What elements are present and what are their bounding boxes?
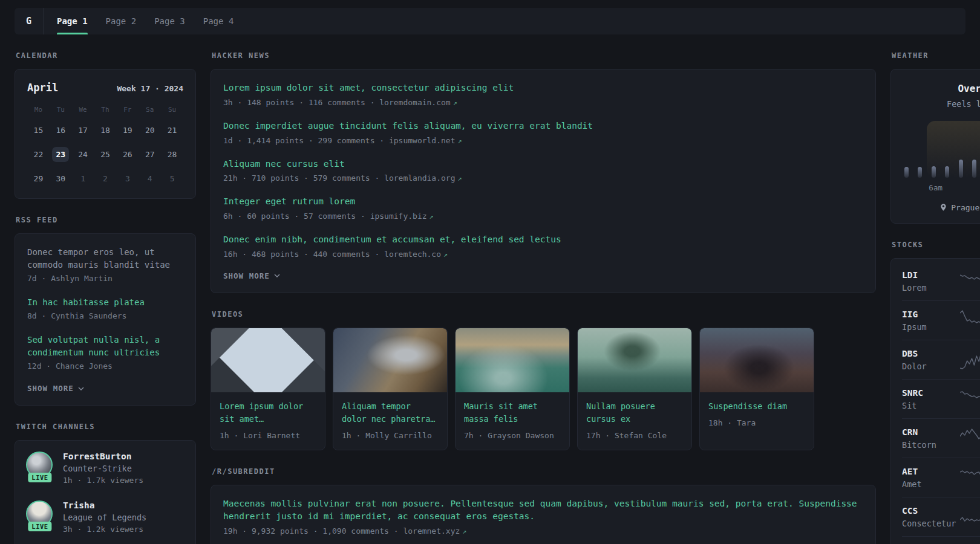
weather-condition: Overcast [903, 83, 980, 94]
twitch-avatar-wrap: LIVE [26, 452, 54, 478]
video-thumbnail[interactable] [333, 328, 447, 392]
calendar-day: 5 [161, 171, 183, 186]
stock-id: LDI Lorem [902, 270, 960, 293]
hackernews-show-more-label: SHOW MORE [223, 271, 270, 280]
twitch-channel-info: Trisha League of Legends 3h · 1.2k viewe… [63, 500, 146, 534]
videos-section-label: VIDEOS [212, 310, 876, 319]
video-title[interactable]: Lorem ipsum dolor sit amet consectetu… [220, 400, 316, 426]
videos-strip-viewport: Lorem ipsum dolor sit amet consectetu… 1… [211, 328, 876, 450]
stock-row[interactable]: IIG Ipsum +2.84% $42.04 [902, 300, 980, 340]
stock-name: Bitcorn [902, 440, 960, 450]
video-meta: 1h · Lori Barnett [220, 431, 316, 440]
video-title[interactable]: Suspendisse diam [708, 400, 805, 413]
calendar-day: 20 [139, 123, 161, 138]
subreddit-post-meta: 19h · 9,932 points · 1,090 comments · lo… [223, 526, 863, 536]
video-thumbnail[interactable] [578, 328, 691, 392]
calendar-day-number: 19 [119, 123, 136, 138]
twitch-avatar-wrap: LIVE [26, 500, 54, 527]
hackernews-card: Lorem ipsum dolor sit amet, consectetur … [211, 69, 876, 293]
hn-item-title[interactable]: Donec enim nibh, condimentum et accumsan… [223, 233, 863, 247]
stock-sparkline [960, 309, 980, 332]
video-card-body: Aliquam tempor dolor nec pharetra… 1h · … [333, 392, 447, 450]
page-tab[interactable]: Page 3 [154, 8, 185, 34]
twitch-card: LIVE ForrestBurton Counter-Strike 1h · 1… [15, 440, 196, 544]
calendar-day-number: 25 [97, 147, 114, 162]
location-pin-icon [940, 204, 947, 212]
rss-item-title[interactable]: Sed volutpat nulla nisl, a condimentum n… [27, 334, 183, 359]
page-tab[interactable]: Page 1 [57, 8, 88, 34]
stock-row[interactable]: SNRC Sit +1.36% $148.64 [902, 379, 980, 418]
hn-item-title[interactable]: Aliquam nec cursus elit [223, 158, 863, 171]
video-card[interactable]: Lorem ipsum dolor sit amet consectetu… 1… [211, 328, 325, 450]
video-title[interactable]: Mauris sit amet massa felis [464, 400, 561, 426]
hn-item-title[interactable]: Lorem ipsum dolor sit amet, consectetur … [223, 82, 863, 95]
calendar-day-header: Sa [139, 106, 161, 114]
weather-feels-like: Feels like 5°C [903, 99, 980, 109]
twitch-channel-row[interactable]: LIVE ForrestBurton Counter-Strike 1h · 1… [26, 452, 185, 485]
calendar-day: 23 [50, 147, 72, 162]
live-badge: LIVE [28, 473, 51, 482]
video-thumbnail[interactable] [456, 328, 569, 392]
calendar-day: 15 [27, 123, 50, 138]
video-card[interactable]: Mauris sit amet massa felis 7h · Grayson… [455, 328, 570, 450]
page-tab[interactable]: Page 4 [203, 8, 234, 34]
stocks-card: LDI Lorem +4.35% $795.18 IIG Ipsum +2.84… [890, 258, 980, 544]
hn-item-title[interactable]: Integer eget rutrum lorem [223, 195, 863, 209]
calendar-day-number: 28 [164, 147, 181, 162]
page-tab[interactable]: Page 2 [106, 8, 137, 34]
video-meta: 1h · Molly Carrillo [342, 431, 439, 440]
page-tab-label: Page 2 [106, 16, 137, 26]
rss-show-more-button[interactable]: SHOW MORE [27, 384, 183, 393]
calendar-day-number: 15 [30, 123, 47, 138]
video-card[interactable]: Nullam posuere cursus ex 17h · Stefan Co… [577, 328, 692, 450]
stock-sparkline [960, 270, 980, 293]
video-card[interactable]: Suspendisse diam 18h · Tara [699, 328, 814, 450]
rss-item-meta: 12d · Chance Jones [27, 361, 183, 371]
stock-name: Dolor [902, 361, 960, 371]
subreddit-post-title[interactable]: Maecenas mollis pulvinar erat non posuer… [223, 497, 863, 524]
weather-location[interactable]: Prague, Czechia [903, 203, 980, 212]
rss-item-title[interactable]: Donec tempor eros leo, ut commodo mauris… [27, 246, 183, 271]
stock-row[interactable]: AET Amet +0.92% $499.72 [902, 458, 980, 497]
videos-strip: Lorem ipsum dolor sit amet consectetu… 1… [211, 328, 876, 450]
hn-item-meta: 6h · 60 points · 57 comments · ipsumify.… [223, 212, 863, 221]
stock-row[interactable]: DBS Dolor +1.42% $156.28 [902, 340, 980, 379]
video-card[interactable]: Aliquam tempor dolor nec pharetra… 1h · … [333, 328, 448, 450]
calendar-day: 30 [50, 171, 72, 186]
page-tab-label: Page 1 [57, 16, 88, 26]
stock-row[interactable]: LDI Lorem +4.35% $795.18 [902, 262, 980, 300]
calendar-day: 22 [27, 147, 50, 162]
weather-bars [904, 121, 980, 178]
stock-ticker: DBS [902, 349, 960, 358]
stock-sparkline [960, 466, 980, 489]
video-card-body: Mauris sit amet massa felis 7h · Grayson… [456, 392, 569, 450]
video-thumbnail[interactable] [700, 328, 814, 392]
app-logo[interactable]: G [15, 8, 44, 34]
calendar-day: 27 [139, 147, 161, 162]
stock-sparkline [960, 427, 980, 450]
weather-hour-bar [945, 166, 949, 178]
stock-row[interactable]: AHS +0.46% [902, 536, 980, 544]
video-thumbnail[interactable] [211, 328, 325, 392]
hackernews-show-more-button[interactable]: SHOW MORE [223, 271, 863, 280]
calendar-day: 21 [161, 123, 183, 138]
hn-item-meta: 21h · 710 points · 579 comments · loreml… [223, 173, 863, 183]
calendar-day: 16 [50, 123, 72, 138]
rss-item-title[interactable]: In hac habitasse platea [27, 296, 183, 309]
video-title[interactable]: Aliquam tempor dolor nec pharetra… [342, 400, 439, 426]
stock-id: AET Amet [902, 467, 960, 489]
stock-row[interactable]: CCS Consectetur +0.51% $165.84 [902, 497, 980, 536]
calendar-day-header: Tu [50, 106, 72, 114]
weather-hour-bar [904, 167, 909, 178]
stock-ticker: IIG [902, 309, 960, 319]
twitch-channel-info: ForrestBurton Counter-Strike 1h · 1.7k v… [63, 452, 143, 485]
video-title[interactable]: Nullam posuere cursus ex [586, 400, 683, 426]
hn-item: Aliquam nec cursus elit 21h · 710 points… [223, 158, 863, 183]
twitch-channel-row[interactable]: LIVE Trisha League of Legends 3h · 1.2k … [26, 500, 185, 534]
stock-name: Sit [902, 401, 960, 410]
twitch-channel-viewers: 1h · 1.7k viewers [63, 476, 143, 485]
calendar-day-number: 1 [74, 171, 91, 186]
stock-row[interactable]: CRN Bitcorn -1.00% $66,171.48 [902, 418, 980, 458]
hn-item-title[interactable]: Donec imperdiet augue tincidunt felis al… [223, 120, 863, 133]
rss-card: Donec tempor eros leo, ut commodo mauris… [15, 233, 196, 406]
